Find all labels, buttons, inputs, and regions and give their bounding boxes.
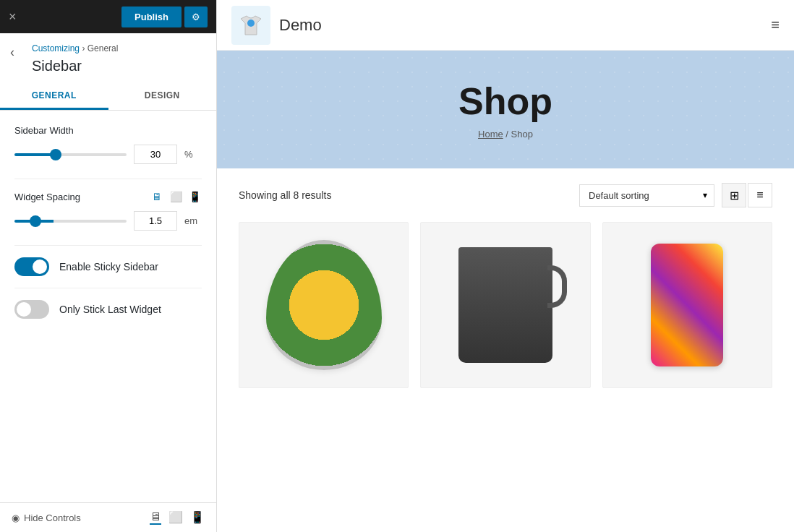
product-image-3 bbox=[651, 244, 723, 366]
divider-1 bbox=[14, 179, 202, 179]
toolbar-right: Default sorting Sort by popularity Sort … bbox=[579, 183, 772, 207]
logo-icon bbox=[231, 6, 270, 45]
widget-spacing-unit: em bbox=[184, 215, 202, 226]
demo-logo: Demo bbox=[231, 6, 322, 45]
hamburger-menu[interactable]: ≡ bbox=[771, 17, 780, 33]
shop-title: Shop bbox=[231, 80, 780, 123]
preview-header: Demo ≡ bbox=[217, 0, 794, 51]
toggle-slider-last bbox=[14, 300, 49, 319]
shop-toolbar: Showing all 8 results Default sorting So… bbox=[239, 183, 772, 207]
widget-spacing-input[interactable] bbox=[134, 211, 177, 231]
sidebar-width-input[interactable] bbox=[134, 145, 177, 164]
only-stick-last-row: Only Stick Last Widget bbox=[14, 300, 202, 319]
product-grid bbox=[239, 222, 772, 388]
close-button[interactable]: × bbox=[9, 10, 17, 23]
hide-controls-button[interactable]: ◉ Hide Controls bbox=[12, 512, 81, 523]
publish-button[interactable]: Publish bbox=[121, 7, 182, 27]
breadcrumb-shop: Shop bbox=[511, 129, 533, 140]
bottom-device-icons: 🖥 ⬜ 📱 bbox=[150, 510, 205, 525]
widget-spacing-label: Widget Spacing bbox=[14, 192, 80, 202]
enable-sticky-label: Enable Sticky Sidebar bbox=[59, 261, 158, 273]
product-card-2-inner bbox=[421, 223, 589, 387]
product-card-1-inner bbox=[239, 223, 408, 387]
svg-point-0 bbox=[247, 20, 255, 27]
shop-content: Showing all 8 results Default sorting So… bbox=[217, 168, 794, 532]
list-view-button[interactable]: ≡ bbox=[748, 183, 772, 207]
demo-title: Demo bbox=[279, 16, 322, 35]
grid-view-button[interactable]: ⊞ bbox=[722, 183, 746, 207]
bottom-bar: ◉ Hide Controls 🖥 ⬜ 📱 bbox=[0, 502, 216, 532]
enable-sticky-toggle[interactable] bbox=[14, 257, 49, 276]
tab-general[interactable]: GENERAL bbox=[0, 83, 108, 110]
sidebar-width-slider[interactable] bbox=[14, 153, 127, 156]
sidebar-width-label: Sidebar Width bbox=[14, 125, 202, 136]
product-image-1 bbox=[266, 240, 382, 370]
desktop-icon[interactable]: 🖥 bbox=[150, 191, 164, 202]
breadcrumb-parent[interactable]: Customizing bbox=[32, 43, 80, 53]
breadcrumb: Customizing › General bbox=[0, 33, 216, 56]
widget-spacing-header: Widget Spacing 🖥 ⬜ 📱 bbox=[14, 191, 202, 202]
product-image-2 bbox=[458, 247, 552, 363]
bottom-mobile-icon[interactable]: 📱 bbox=[190, 510, 205, 525]
only-stick-last-label: Only Stick Last Widget bbox=[59, 304, 161, 315]
preview-panel: Demo ≡ Shop Home / Shop Showing all 8 re… bbox=[217, 0, 794, 532]
product-card-1[interactable] bbox=[239, 222, 409, 388]
breadcrumb-sep: / bbox=[505, 129, 511, 140]
bottom-tablet-icon[interactable]: ⬜ bbox=[168, 510, 183, 525]
breadcrumb-separator: › bbox=[82, 43, 85, 53]
hide-controls-label: Hide Controls bbox=[24, 512, 81, 523]
settings-button[interactable]: ⚙ bbox=[184, 7, 208, 27]
bottom-desktop-icon[interactable]: 🖥 bbox=[150, 510, 161, 525]
shirt-svg bbox=[237, 12, 265, 39]
product-card-3-inner bbox=[603, 223, 772, 387]
tablet-icon[interactable]: ⬜ bbox=[168, 191, 183, 202]
publish-area: Publish ⚙ bbox=[121, 7, 208, 27]
hide-controls-icon: ◉ bbox=[12, 512, 20, 523]
tab-design[interactable]: DESIGN bbox=[108, 83, 217, 110]
view-buttons: ⊞ ≡ bbox=[722, 183, 772, 207]
back-button[interactable]: ‹ bbox=[10, 45, 14, 60]
shop-hero: Shop Home / Shop bbox=[217, 51, 794, 168]
product-card-2[interactable] bbox=[420, 222, 590, 388]
customizer-panel: × Publish ⚙ ‹ Customizing › General Side… bbox=[0, 0, 217, 532]
divider-2 bbox=[14, 245, 202, 246]
panel-content: Sidebar Width % Widget Spacing 🖥 ⬜ 📱 em bbox=[0, 111, 216, 502]
only-stick-last-toggle[interactable] bbox=[14, 300, 49, 319]
page-title: Sidebar bbox=[0, 56, 216, 83]
sort-select[interactable]: Default sorting Sort by popularity Sort … bbox=[579, 184, 714, 207]
widget-spacing-row: em bbox=[14, 211, 202, 231]
device-icon-group: 🖥 ⬜ 📱 bbox=[150, 191, 202, 202]
breadcrumb-home[interactable]: Home bbox=[478, 129, 503, 140]
divider-3 bbox=[14, 288, 202, 288]
breadcrumb-current: General bbox=[87, 43, 119, 53]
mobile-icon[interactable]: 📱 bbox=[187, 191, 202, 202]
widget-spacing-slider[interactable] bbox=[14, 220, 127, 223]
product-card-3[interactable] bbox=[602, 222, 772, 388]
toggle-slider-sticky bbox=[14, 257, 49, 276]
results-count: Showing all 8 results bbox=[239, 189, 331, 201]
tab-bar: GENERAL DESIGN bbox=[0, 83, 216, 111]
top-bar: × Publish ⚙ bbox=[0, 0, 216, 33]
sidebar-width-unit: % bbox=[184, 149, 202, 160]
sort-wrapper: Default sorting Sort by popularity Sort … bbox=[579, 184, 714, 207]
enable-sticky-row: Enable Sticky Sidebar bbox=[14, 257, 202, 276]
shop-breadcrumb: Home / Shop bbox=[231, 129, 780, 140]
sidebar-width-row: % bbox=[14, 145, 202, 164]
